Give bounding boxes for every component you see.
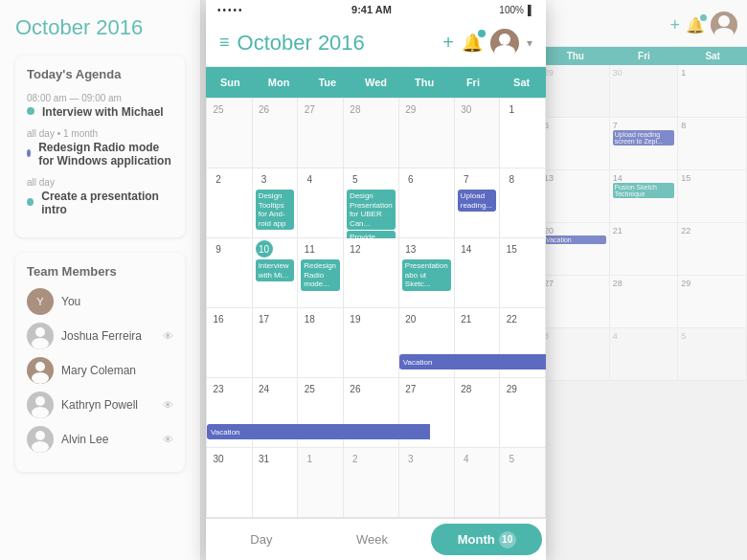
- cal-day-26: 26: [256, 101, 273, 118]
- eye-icon-4[interactable]: 👁: [163, 434, 173, 445]
- day-header-sat: Sat: [497, 67, 546, 98]
- nav-week-button[interactable]: Week: [317, 519, 428, 560]
- cal-day-24: 24: [256, 380, 273, 397]
- day-header-mon: Mon: [255, 67, 304, 98]
- right-header: + 🔔: [541, 0, 747, 47]
- nav-day-button[interactable]: Day: [206, 519, 317, 560]
- member-name-3: Kathryn Powell: [61, 398, 155, 412]
- right-cell-6: 6: [541, 118, 610, 170]
- cal-cell-w1-wed: 28: [344, 99, 399, 168]
- svg-point-2: [35, 362, 45, 371]
- right-vacation-20[interactable]: Vacation: [544, 235, 606, 244]
- cal-day-26: 26: [347, 380, 364, 397]
- cal-day-1b: 1: [301, 450, 318, 467]
- cal-cell-w4-wed: 19: [344, 308, 399, 378]
- right-event-upload[interactable]: Upload reading screen to Zepl...: [613, 130, 675, 146]
- cal-cell-w4-tue: 18: [298, 308, 344, 378]
- right-notif-icon[interactable]: 🔔: [686, 16, 705, 34]
- cal-cell-w5-sun: 23 Vacation: [207, 378, 253, 448]
- right-day-7: 7: [613, 121, 675, 130]
- battery-pct: 100%: [499, 5, 524, 15]
- cal-cell-w6-tue: 1: [298, 448, 344, 518]
- right-user-avatar[interactable]: [711, 11, 737, 38]
- hamburger-icon[interactable]: ≡: [219, 33, 230, 53]
- cal-day-19: 19: [347, 310, 364, 327]
- svg-point-10: [499, 34, 510, 45]
- agenda-title-1: Redesign Radio mode for Windows applicat…: [38, 141, 173, 168]
- cal-cell-w2-wed: 5 Design Presentation for UBER Can... Pr…: [344, 168, 399, 238]
- status-bar: ••••• 9:41 AM 100% ▌: [206, 0, 546, 19]
- cal-cell-w2-tue: 4: [298, 168, 344, 238]
- right-cell-30: 30: [610, 65, 679, 118]
- right-cal-grid: 29 30 1 6 7 Upload reading screen to Zep…: [541, 65, 747, 381]
- right-notif-badge: [700, 14, 707, 21]
- event-presentation-sketch[interactable]: Presentation abo ut Sketc...: [402, 259, 451, 291]
- cal-day-27: 27: [402, 380, 419, 397]
- right-dh-sat: Sat: [678, 51, 747, 61]
- app-header: ≡ October 2016 + 🔔 ▾: [206, 19, 546, 67]
- cal-cell-w4-thu: 20 Vacation: [399, 308, 455, 378]
- notification-badge: [478, 30, 486, 37]
- eye-icon-3[interactable]: 👁: [163, 399, 173, 411]
- svg-point-5: [32, 407, 49, 418]
- cal-cell-w1-sun: 25: [207, 99, 253, 168]
- right-cell-22: 22: [678, 223, 747, 276]
- signal-dots: •••••: [217, 5, 244, 15]
- right-cell-15: 15: [678, 170, 747, 223]
- agenda-title-0: Interview with Michael: [42, 105, 164, 119]
- right-day-headers: Thu Fri Sat: [541, 47, 747, 65]
- agenda-time-2: all day: [27, 177, 173, 188]
- cal-cell-w5-sat: 29: [500, 378, 546, 448]
- user-avatar[interactable]: [490, 29, 519, 57]
- nav-month-button[interactable]: Month 10: [431, 524, 542, 555]
- right-cell-3: 3: [541, 328, 610, 381]
- cal-cell-w1-fri: 30: [455, 99, 501, 168]
- cal-day-4: 4: [301, 170, 318, 188]
- day-header-tue: Tue: [303, 67, 351, 98]
- event-interview-michael[interactable]: Interview with Mi...: [256, 259, 295, 281]
- cal-day-28: 28: [347, 101, 364, 118]
- agenda-title-2: Create a presentation intro: [41, 190, 173, 216]
- cal-cell-w6-wed: 2: [344, 448, 399, 518]
- chevron-down-icon[interactable]: ▾: [527, 36, 532, 50]
- day-header-wed: Wed: [351, 67, 400, 98]
- agenda-time-1: all day • 1 month: [27, 128, 173, 139]
- svg-point-9: [714, 28, 734, 38]
- cal-day-15: 15: [503, 240, 520, 258]
- cal-day-3: 3: [256, 170, 273, 188]
- right-day-8: 8: [681, 121, 743, 130]
- avatar-3: [27, 392, 54, 418]
- event-redesign-radio[interactable]: Redesign Radio mode...: [301, 259, 340, 291]
- notification-icon[interactable]: 🔔: [462, 33, 483, 54]
- cal-day-7: 7: [458, 170, 475, 188]
- avatar-0: Y: [27, 288, 54, 315]
- event-design-tooltips[interactable]: Design Tooltips for And-roid app: [256, 190, 295, 230]
- cal-cell-w4-sun: 16: [207, 308, 253, 378]
- event-vacation-span[interactable]: Vacation: [399, 354, 546, 370]
- right-day-13: 13: [544, 173, 606, 183]
- cal-day-27: 27: [301, 101, 318, 118]
- right-day-20: 20: [544, 226, 606, 235]
- event-upload-reading[interactable]: Upload reading...: [458, 190, 497, 212]
- add-event-button[interactable]: +: [442, 32, 454, 54]
- right-day-28: 28: [613, 279, 675, 288]
- right-add-icon[interactable]: +: [669, 15, 680, 35]
- cal-day-4b: 4: [458, 450, 475, 467]
- agenda-time-0: 08:00 am — 09:00 am: [27, 93, 173, 103]
- cal-cell-w2-sun: 2: [207, 168, 253, 238]
- event-vacation-span2[interactable]: Vacation: [207, 424, 430, 439]
- eye-icon-1[interactable]: 👁: [163, 330, 173, 342]
- right-event-fusion[interactable]: Fusion Sketch Technique: [613, 183, 675, 198]
- cal-day-2b: 2: [347, 450, 364, 467]
- right-day-27: 27: [544, 279, 606, 288]
- member-name-0: You: [61, 295, 173, 308]
- day-header-thu: Thu: [400, 67, 449, 98]
- bottom-nav: Day Week Month 10: [206, 518, 546, 560]
- cal-cell-w2-sat: 8: [500, 168, 546, 238]
- cal-day-17: 17: [256, 310, 273, 327]
- team-title: Team Members: [27, 264, 173, 279]
- svg-point-0: [35, 327, 45, 337]
- event-design-pres[interactable]: Design Presentation for UBER Can...: [347, 190, 396, 230]
- app-header-title: October 2016: [238, 31, 436, 56]
- cal-day-9: 9: [210, 240, 227, 258]
